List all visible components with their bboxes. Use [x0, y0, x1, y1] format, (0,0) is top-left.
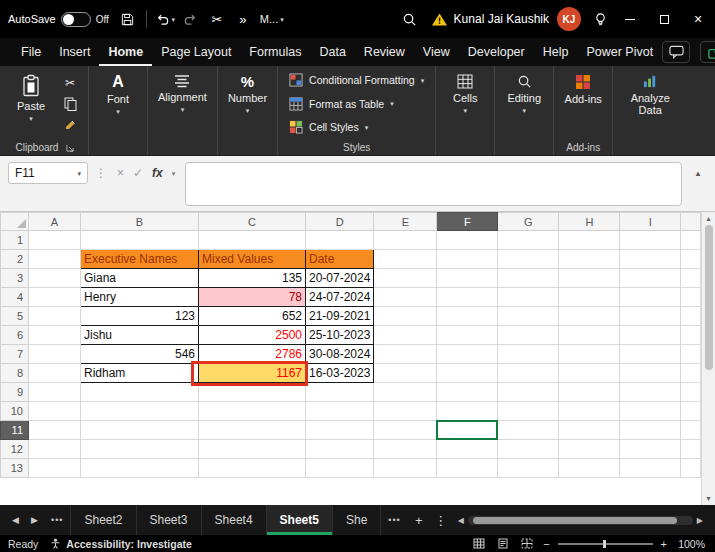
cell-B5[interactable]: 123 [81, 307, 199, 326]
cell-E10[interactable] [374, 402, 437, 421]
avatar[interactable]: KJ [557, 7, 581, 31]
cell-B9[interactable] [81, 383, 199, 402]
cell-I11[interactable] [620, 421, 681, 440]
cell-E1[interactable] [374, 231, 437, 250]
cell-F7[interactable] [437, 345, 498, 364]
cell-B8[interactable]: Ridham [81, 364, 199, 383]
scroll-up-icon[interactable]: ▲ [705, 215, 712, 222]
comments-button[interactable] [662, 41, 690, 63]
cut-button-ribbon[interactable]: ✂ [59, 74, 81, 92]
cell-D5[interactable]: 21-09-2021 [306, 307, 374, 326]
cell-H7[interactable] [559, 345, 620, 364]
new-sheet-button[interactable]: + [408, 513, 430, 528]
cell-C9[interactable] [199, 383, 306, 402]
cell-D10[interactable] [306, 402, 374, 421]
row-header-1[interactable]: 1 [1, 231, 29, 250]
column-header-D[interactable]: D [306, 213, 374, 231]
save-button[interactable] [115, 4, 141, 34]
cell-D11[interactable] [306, 421, 374, 440]
cell-E8[interactable] [374, 364, 437, 383]
share-button[interactable] [700, 41, 715, 63]
cell-F4[interactable] [437, 288, 498, 307]
cell-F11[interactable] [437, 421, 498, 440]
row-header-3[interactable]: 3 [1, 269, 29, 288]
cell-I1[interactable] [620, 231, 681, 250]
row-header-4[interactable]: 4 [1, 288, 29, 307]
account-info[interactable]: Kunal Jai Kaushik [431, 12, 549, 27]
font-button[interactable]: A Font ▾ [94, 69, 142, 139]
hscroll-left-icon[interactable]: ◀ [458, 516, 464, 525]
conditional-formatting-button[interactable]: Conditional Formatting ▾ [283, 72, 430, 88]
cell-A2[interactable] [29, 250, 81, 269]
cell-A8[interactable] [29, 364, 81, 383]
cell-B4[interactable]: Henry [81, 288, 199, 307]
cell-F8[interactable] [437, 364, 498, 383]
cell-C8[interactable]: 1167 [199, 364, 306, 383]
analyze-data-button[interactable]: Analyze Data [618, 69, 682, 139]
row-header-12[interactable]: 12 [1, 440, 29, 459]
cell-E9[interactable] [374, 383, 437, 402]
hscroll-track[interactable] [468, 516, 693, 525]
normal-view-button[interactable] [471, 536, 487, 551]
cell-G6[interactable] [498, 326, 559, 345]
menu-tab-view[interactable]: View [414, 38, 459, 66]
cell-G13[interactable] [498, 459, 559, 478]
cell-B7[interactable]: 546 [81, 345, 199, 364]
cell-D13[interactable] [306, 459, 374, 478]
cell-I10[interactable] [620, 402, 681, 421]
sheet-prev-icon[interactable]: ◀ [6, 515, 25, 525]
alignment-button[interactable]: Alignment ▾ [153, 69, 212, 139]
zoom-in-button[interactable]: + [661, 538, 667, 550]
row-header-11[interactable]: 11 [1, 421, 29, 440]
namebox-resize-handle[interactable]: ⋮ [95, 162, 107, 184]
cell-E6[interactable] [374, 326, 437, 345]
hscroll-right-icon[interactable]: ▶ [697, 516, 703, 525]
cell-I7[interactable] [620, 345, 681, 364]
column-header-G[interactable]: G [498, 213, 559, 231]
cell-B2[interactable]: Executive Names [81, 250, 199, 269]
cell-F9[interactable] [437, 383, 498, 402]
row-header-8[interactable]: 8 [1, 364, 29, 383]
sheet-next-icon[interactable]: ▶ [25, 515, 44, 525]
menu-tab-file[interactable]: File [12, 38, 50, 66]
cell-styles-button[interactable]: Cell Styles ▾ [283, 119, 374, 135]
cell-G2[interactable] [498, 250, 559, 269]
horizontal-scrollbar[interactable]: ◀ ▶ [458, 516, 703, 525]
cell-H8[interactable] [559, 364, 620, 383]
scroll-down-icon[interactable]: ▼ [705, 495, 712, 502]
cell-B10[interactable] [81, 402, 199, 421]
more-commands-button[interactable]: » [230, 4, 256, 34]
cell-B1[interactable] [81, 231, 199, 250]
cell-G4[interactable] [498, 288, 559, 307]
ideas-button[interactable] [587, 4, 613, 34]
cell-G3[interactable] [498, 269, 559, 288]
column-header-B[interactable]: B [81, 213, 199, 231]
cell-A10[interactable] [29, 402, 81, 421]
cell-F12[interactable] [437, 440, 498, 459]
cell-A5[interactable] [29, 307, 81, 326]
cells-button[interactable]: Cells ▾ [441, 69, 489, 139]
collapse-formula-bar-icon[interactable]: ▴ [689, 162, 707, 184]
row-header-7[interactable]: 7 [1, 345, 29, 364]
sheet-tab-sheet4[interactable]: Sheet4 [202, 505, 267, 535]
cell-B13[interactable] [81, 459, 199, 478]
number-button[interactable]: % Number ▾ [223, 69, 272, 139]
sheet-tab-sheet5[interactable]: Sheet5 [267, 505, 333, 535]
row-header-2[interactable]: 2 [1, 250, 29, 269]
zoom-level[interactable]: 100% [675, 538, 705, 550]
cell-F2[interactable] [437, 250, 498, 269]
cell-I5[interactable] [620, 307, 681, 326]
cell-H13[interactable] [559, 459, 620, 478]
menu-tab-page-layout[interactable]: Page Layout [152, 38, 240, 66]
menu-tab-power-pivot[interactable]: Power Pivot [577, 38, 662, 66]
cell-A7[interactable] [29, 345, 81, 364]
sheet-tab-sheet3[interactable]: Sheet3 [137, 505, 202, 535]
cell-B3[interactable]: Giana [81, 269, 199, 288]
insert-function-icon[interactable]: fx [152, 166, 163, 180]
cell-G5[interactable] [498, 307, 559, 326]
cell-F6[interactable] [437, 326, 498, 345]
clipboard-dialog-launcher[interactable] [66, 140, 74, 155]
cell-A12[interactable] [29, 440, 81, 459]
cell-D4[interactable]: 24-07-2024 [306, 288, 374, 307]
cell-I2[interactable] [620, 250, 681, 269]
